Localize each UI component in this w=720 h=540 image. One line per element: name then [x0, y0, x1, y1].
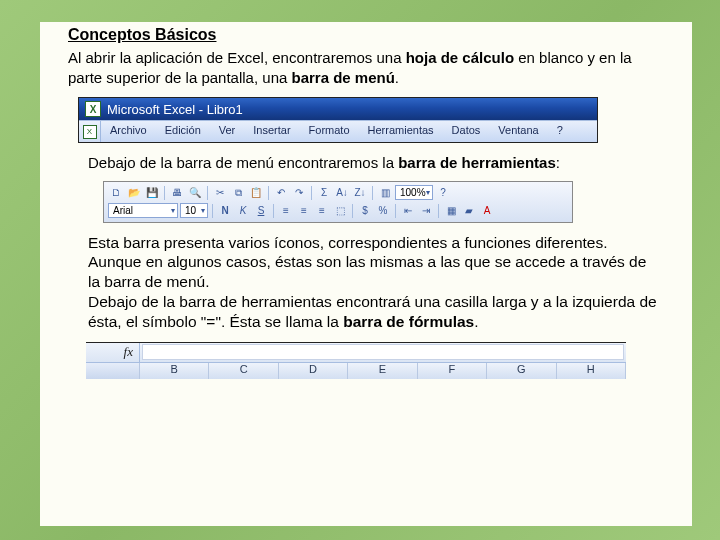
- excel-window-mock: X Microsoft Excel - Libro1 X Archivo Edi…: [78, 97, 598, 143]
- borders-icon[interactable]: ▦: [443, 203, 459, 219]
- toolbar-mock: 🗋 📂 💾 🖶 🔍 ✂ ⧉ 📋 ↶ ↷ Σ A↓ Z↓ ▥ 100% ? Ari…: [103, 181, 573, 223]
- menu-herramientas[interactable]: Herramientas: [359, 121, 443, 142]
- col-d[interactable]: D: [279, 363, 348, 379]
- zoom-combo[interactable]: 100%: [395, 185, 433, 200]
- intro-end: .: [395, 69, 399, 86]
- separator: [352, 204, 353, 218]
- col-e[interactable]: E: [348, 363, 417, 379]
- menu-ayuda[interactable]: ?: [548, 121, 572, 142]
- separator: [395, 204, 396, 218]
- percent-icon[interactable]: %: [375, 203, 391, 219]
- document-icon: X: [79, 121, 101, 142]
- formula-bar: fx: [86, 343, 626, 363]
- menu-archivo[interactable]: Archivo: [101, 121, 156, 142]
- column-headers: B C D E F G H: [86, 363, 626, 379]
- bold-icon[interactable]: N: [217, 203, 233, 219]
- toolbar-row-1: 🗋 📂 💾 🖶 🔍 ✂ ⧉ 📋 ↶ ↷ Σ A↓ Z↓ ▥ 100% ?: [108, 184, 568, 202]
- sort-asc-icon[interactable]: A↓: [334, 185, 350, 201]
- para2-end: :: [556, 154, 560, 171]
- preview-icon[interactable]: 🔍: [187, 185, 203, 201]
- autosum-icon[interactable]: Σ: [316, 185, 332, 201]
- print-icon[interactable]: 🖶: [169, 185, 185, 201]
- titlebar: X Microsoft Excel - Libro1: [79, 98, 597, 120]
- excel-app-icon: X: [85, 101, 101, 117]
- paste-icon[interactable]: 📋: [248, 185, 264, 201]
- merge-icon[interactable]: ⬚: [332, 203, 348, 219]
- sort-desc-icon[interactable]: Z↓: [352, 185, 368, 201]
- heading: Conceptos Básicos: [68, 22, 664, 44]
- font-color-icon[interactable]: A: [479, 203, 495, 219]
- body-p2-bold: barra de fórmulas: [343, 313, 474, 330]
- body-p2-end: .: [474, 313, 478, 330]
- toolbar-row-2: Arial 10 N K S ≡ ≡ ≡ ⬚ $ % ⇤ ⇥ ▦ ▰ A: [108, 202, 568, 220]
- font-size-combo[interactable]: 10: [180, 203, 208, 218]
- col-g[interactable]: G: [487, 363, 556, 379]
- titlebar-text: Microsoft Excel - Libro1: [107, 102, 243, 117]
- align-center-icon[interactable]: ≡: [296, 203, 312, 219]
- open-icon[interactable]: 📂: [126, 185, 142, 201]
- chart-icon[interactable]: ▥: [377, 185, 393, 201]
- align-right-icon[interactable]: ≡: [314, 203, 330, 219]
- slide-page: Conceptos Básicos Al abrir la aplicación…: [40, 22, 692, 526]
- new-icon[interactable]: 🗋: [108, 185, 124, 201]
- copy-icon[interactable]: ⧉: [230, 185, 246, 201]
- indent-dec-icon[interactable]: ⇤: [400, 203, 416, 219]
- col-b[interactable]: B: [140, 363, 209, 379]
- formula-input[interactable]: [142, 344, 624, 360]
- fx-icon[interactable]: fx: [124, 344, 133, 360]
- intro-pre: Al abrir la aplicación de Excel, encontr…: [68, 49, 406, 66]
- separator: [207, 186, 208, 200]
- para2-pre: Debajo de la barra de menú encontraremos…: [88, 154, 398, 171]
- separator: [372, 186, 373, 200]
- col-c[interactable]: C: [209, 363, 278, 379]
- italic-icon[interactable]: K: [235, 203, 251, 219]
- menu-datos[interactable]: Datos: [443, 121, 490, 142]
- save-icon[interactable]: 💾: [144, 185, 160, 201]
- col-h[interactable]: H: [557, 363, 626, 379]
- formula-bar-mock: fx B C D E F G H: [86, 342, 626, 379]
- para-toolbar-intro: Debajo de la barra de menú encontraremos…: [88, 153, 664, 173]
- separator: [164, 186, 165, 200]
- intro-text: Al abrir la aplicación de Excel, encontr…: [68, 48, 664, 87]
- cut-icon[interactable]: ✂: [212, 185, 228, 201]
- align-left-icon[interactable]: ≡: [278, 203, 294, 219]
- redo-icon[interactable]: ↷: [291, 185, 307, 201]
- fx-label-cell: fx: [86, 343, 140, 362]
- undo-icon[interactable]: ↶: [273, 185, 289, 201]
- help-icon[interactable]: ?: [435, 185, 451, 201]
- menu-edicion[interactable]: Edición: [156, 121, 210, 142]
- body-text: Esta barra presenta varios íconos, corre…: [88, 233, 660, 332]
- separator: [438, 204, 439, 218]
- indent-inc-icon[interactable]: ⇥: [418, 203, 434, 219]
- currency-icon[interactable]: $: [357, 203, 373, 219]
- font-combo[interactable]: Arial: [108, 203, 178, 218]
- col-f[interactable]: F: [418, 363, 487, 379]
- menu-insertar[interactable]: Insertar: [244, 121, 299, 142]
- menu-ver[interactable]: Ver: [210, 121, 245, 142]
- intro-bold-hoja: hoja de cálculo: [406, 49, 514, 66]
- menu-formato[interactable]: Formato: [300, 121, 359, 142]
- para2-bold: barra de herramientas: [398, 154, 556, 171]
- fill-color-icon[interactable]: ▰: [461, 203, 477, 219]
- menu-bar: X Archivo Edición Ver Insertar Formato H…: [79, 120, 597, 142]
- body-p1: Esta barra presenta varios íconos, corre…: [88, 234, 646, 291]
- separator: [311, 186, 312, 200]
- underline-icon[interactable]: S: [253, 203, 269, 219]
- separator: [273, 204, 274, 218]
- intro-bold-barra-menu: barra de menú: [291, 69, 394, 86]
- menu-ventana[interactable]: Ventana: [489, 121, 547, 142]
- separator: [212, 204, 213, 218]
- select-all-corner[interactable]: [86, 363, 140, 379]
- separator: [268, 186, 269, 200]
